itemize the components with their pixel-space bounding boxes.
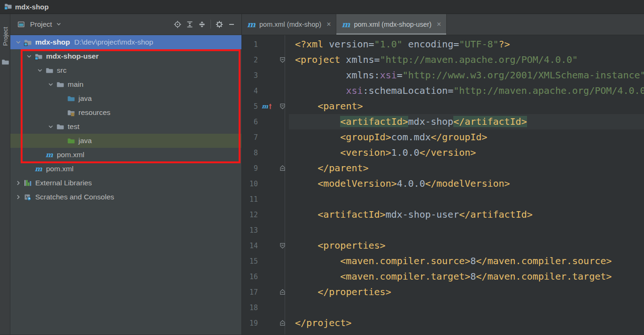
project-panel-header: Project <box>10 14 241 35</box>
fold-marker-icon[interactable] <box>276 320 289 326</box>
code-editor[interactable]: 1<?xml version="1.0" encoding="UTF-8"?>2… <box>242 35 644 335</box>
fold-marker-icon[interactable] <box>276 103 289 109</box>
code-line-8[interactable]: 8 <version>1.0.0</version> <box>242 145 644 160</box>
locate-icon[interactable] <box>171 18 184 30</box>
fold-marker-icon[interactable] <box>276 165 289 171</box>
tree-item-label: mdx-shop <box>35 38 70 46</box>
tree-item-label: java <box>78 137 92 145</box>
code-line-17[interactable]: 17 </properties> <box>242 284 644 300</box>
fold-marker-icon[interactable] <box>276 243 289 249</box>
code-text: xmlns:xsi="http://www.w3.org/2001/XMLSch… <box>289 68 644 83</box>
close-icon[interactable]: × <box>326 20 331 29</box>
collapse-all-icon[interactable] <box>184 18 196 30</box>
code-text: <modelVersion>4.0.0</modelVersion> <box>289 176 644 191</box>
fold-marker-icon[interactable] <box>276 289 289 295</box>
code-text: <?xml version="1.0" encoding="UTF-8"?> <box>289 37 644 52</box>
tree-item-label: pom.xml <box>57 151 85 159</box>
libraries-icon <box>23 179 32 187</box>
code-text: <artifactId>mdx-shop</artifactId> <box>289 114 644 129</box>
code-line-2[interactable]: 2<project xmlns="http://maven.apache.org… <box>242 52 644 68</box>
code-line-14[interactable]: 14 <properties> <box>242 238 644 253</box>
chevron-down-icon[interactable] <box>35 67 45 74</box>
chevron-down-icon[interactable] <box>46 123 55 130</box>
line-number: 18 <box>242 304 258 312</box>
tree-item-main[interactable]: main <box>10 77 241 91</box>
code-line-11[interactable]: 11 <box>242 191 644 207</box>
code-line-19[interactable]: 19</project> <box>242 315 644 331</box>
chevron-down-icon[interactable] <box>46 81 55 88</box>
tool-stripe-project-button[interactable]: Project <box>2 23 9 51</box>
tree-item-resources[interactable]: resources <box>10 106 241 120</box>
tree-item-label: pom.xml <box>46 165 74 173</box>
maven-icon: m <box>262 103 268 109</box>
line-number: 3 <box>242 71 258 80</box>
tree-item-pom-xml[interactable]: mpom.xml <box>10 162 241 176</box>
code-line-13[interactable]: 13 <box>242 222 644 238</box>
maven-parent-gutter-icon[interactable]: m <box>258 103 276 109</box>
line-number: 8 <box>242 149 258 157</box>
line-number: 14 <box>242 242 258 250</box>
tree-item-path: D:\dev\project\mdx-shop <box>74 38 153 46</box>
code-line-7[interactable]: 7 <groupId>com.mdx</groupId> <box>242 129 644 145</box>
tree-item-external-libraries[interactable]: External Libraries <box>10 176 241 190</box>
code-line-10[interactable]: 10 <modelVersion>4.0.0</modelVersion> <box>242 176 644 191</box>
code-line-15[interactable]: 15 <maven.compiler.source>8</maven.compi… <box>242 253 644 269</box>
panel-toolbar <box>171 18 238 30</box>
code-line-16[interactable]: 16 <maven.compiler.target>8</maven.compi… <box>242 269 644 284</box>
project-view-selector[interactable]: Project <box>30 20 52 28</box>
chevron-right-icon[interactable] <box>13 179 23 187</box>
expand-all-icon[interactable] <box>196 18 208 30</box>
code-text: <maven.compiler.target>8</maven.compiler… <box>289 269 644 284</box>
code-line-6[interactable]: 6 <artifactId>mdx-shop</artifactId> <box>242 114 644 129</box>
maven-icon: m <box>46 152 53 159</box>
tree-item-java[interactable]: java <box>10 91 241 106</box>
code-text: </parent> <box>289 160 644 176</box>
close-icon[interactable]: × <box>437 20 441 29</box>
chevron-right-icon[interactable] <box>13 193 23 201</box>
window-title: mdx-shop <box>15 3 49 11</box>
project-view-icon <box>15 18 27 30</box>
code-line-1[interactable]: 1<?xml version="1.0" encoding="UTF-8"?> <box>242 37 644 52</box>
editor-tab-pom-xml-mdx-shop-user-[interactable]: mpom.xml (mdx-shop-user)× <box>336 14 447 35</box>
window-title-bar: mdx-shop <box>0 0 644 14</box>
chevron-down-icon[interactable] <box>55 20 62 29</box>
line-number: 19 <box>242 319 258 327</box>
tree-item-label: test <box>68 122 79 131</box>
chevron-down-icon[interactable] <box>24 53 34 60</box>
tree-item-label: java <box>78 94 92 103</box>
maven-icon: m <box>341 21 350 29</box>
code-text: <project xmlns="http://maven.apache.org/… <box>289 52 644 68</box>
fold-marker-icon[interactable] <box>276 57 289 63</box>
code-text: <maven.compiler.source>8</maven.compiler… <box>289 253 644 269</box>
code-text: <properties> <box>289 238 644 253</box>
editor-tab-pom-xml-mdx-shop-[interactable]: mpom.xml (mdx-shop)× <box>242 14 336 35</box>
code-line-3[interactable]: 3 xmlns:xsi="http://www.w3.org/2001/XMLS… <box>242 68 644 83</box>
folder-icon <box>1 58 9 68</box>
editor-area: mpom.xml (mdx-shop)×mpom.xml (mdx-shop-u… <box>242 14 644 335</box>
tree-item-test[interactable]: test <box>10 120 241 134</box>
arrow-up-icon <box>269 103 272 109</box>
code-line-12[interactable]: 12 <artifactId>mdx-shop-user</artifactId… <box>242 207 644 222</box>
code-line-18[interactable]: 18 <box>242 300 644 315</box>
tree-item-scratches-and-consoles[interactable]: Scratches and Consoles <box>10 190 241 204</box>
line-number: 1 <box>242 40 258 49</box>
maven-icon: m <box>45 152 54 159</box>
module-folder-icon <box>34 53 43 60</box>
gear-icon[interactable] <box>213 18 225 30</box>
code-line-9[interactable]: 9 </parent> <box>242 160 644 176</box>
project-tree: mdx-shopD:\dev\project\mdx-shopmdx-shop-… <box>10 35 241 335</box>
tree-item-src[interactable]: src <box>10 63 241 77</box>
code-line-4[interactable]: 4 xsi:schemaLocation="http://maven.apach… <box>242 83 644 99</box>
hide-icon[interactable] <box>225 18 238 30</box>
tree-item-mdx-shop[interactable]: mdx-shopD:\dev\project\mdx-shop <box>10 35 241 49</box>
tree-item-mdx-shop-user[interactable]: mdx-shop-user <box>10 49 241 63</box>
tree-item-pom-xml[interactable]: mpom.xml <box>10 148 241 162</box>
project-folder-icon <box>4 2 12 12</box>
tree-item-java[interactable]: java <box>10 134 241 148</box>
tool-window-stripe: Project <box>0 14 10 335</box>
code-line-5[interactable]: 5m <parent> <box>242 99 644 114</box>
tab-label: pom.xml (mdx-shop-user) <box>354 21 431 28</box>
line-number: 16 <box>242 273 258 281</box>
maven-icon: m <box>247 21 256 29</box>
chevron-down-icon[interactable] <box>13 38 23 46</box>
